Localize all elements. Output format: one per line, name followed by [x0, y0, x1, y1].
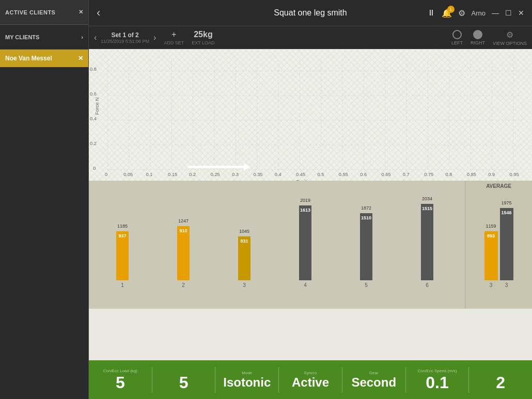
my-clients-section[interactable]: MY CLIENTS › — [0, 25, 88, 50]
average-label: AVERAGE — [486, 183, 511, 189]
active-clients-close[interactable]: ✕ — [79, 9, 84, 15]
svg-text:0.55: 0.55 — [339, 171, 348, 177]
add-set-group: + ADD SET — [164, 30, 184, 45]
average-bars: 1159 893 3 1975 1546 3 — [484, 191, 513, 288]
titlebar-controls: ⏸ 🔔 1 ⚙ Arno — ☐ ✕ — [427, 8, 524, 18]
my-clients-label: MY CLIENTS — [5, 34, 39, 40]
right-circle — [473, 30, 482, 39]
bar-6-dark: 2034 1515 — [421, 204, 433, 280]
svg-text:0.35: 0.35 — [253, 171, 262, 177]
bar-1-top: 1185 — [117, 224, 128, 229]
bar-2-inner: 910 — [179, 228, 187, 233]
gear-value: Second — [351, 376, 396, 389]
bar-3-top: 1045 — [239, 229, 249, 234]
status-bar: Con/Ecc Load (kg) 5 . 5 Mode Isotonic Sy… — [89, 360, 532, 399]
minimize-button[interactable]: — — [492, 9, 499, 17]
status-ecc-speed: . 2 — [469, 369, 532, 391]
avg-dark-inner: 1546 — [501, 210, 511, 215]
prev-button[interactable]: ‹ — [94, 33, 97, 42]
left-view-option[interactable]: LEFT — [451, 30, 463, 45]
ecc-load-sublabel: . — [183, 369, 184, 373]
set-date: 11/25/2019 5:51:06 PM — [101, 39, 149, 44]
svg-text:0.2: 0.2 — [90, 140, 97, 146]
bar-group-2: 1247 910 2 — [155, 198, 212, 288]
svg-text:0.15: 0.15 — [168, 171, 177, 177]
ecc-speed-sublabel: . — [500, 369, 501, 373]
bar-group-4: 2019 1613 4 — [277, 198, 334, 288]
avg-bar-yellow: 1159 893 3 — [484, 231, 498, 288]
svg-text:0.5: 0.5 — [317, 171, 324, 177]
bar-2-yellow: 1247 910 — [177, 226, 190, 280]
titlebar-left: ‹ — [97, 6, 100, 20]
synchro-value: Active — [292, 376, 329, 389]
status-speed: Con/Ecc Speed (m/s) 0.1 — [406, 369, 469, 391]
active-clients-label: ACTIVE CLIENTS — [5, 9, 55, 15]
weight-value: 25kg — [194, 30, 212, 39]
svg-text:0.75: 0.75 — [424, 171, 433, 177]
speed-label: Con/Ecc Speed (m/s) — [417, 369, 457, 373]
next-button[interactable]: › — [153, 33, 156, 42]
bar-6-inner: 1515 — [422, 206, 432, 211]
clients-chevron: › — [81, 34, 83, 40]
close-button[interactable]: ✕ — [518, 9, 524, 17]
bar-container-6: 2034 1515 — [421, 198, 433, 280]
right-view-option[interactable]: RIGHT — [471, 30, 485, 45]
svg-text:0: 0 — [93, 165, 96, 171]
bar-group-1: 1185 937 1 — [94, 198, 151, 288]
bar-4-dark: 2019 1613 — [299, 205, 311, 280]
notification-badge: 1 — [447, 6, 455, 13]
svg-text:0.65: 0.65 — [381, 171, 390, 177]
set-text: Set 1 of 2 — [111, 31, 138, 39]
svg-text:0.95: 0.95 — [510, 171, 519, 177]
svg-text:0.9: 0.9 — [488, 171, 495, 177]
back-button[interactable]: ‹ — [97, 6, 100, 20]
bar-chart-area: 1185 937 1 1247 910 2 — [89, 181, 532, 309]
svg-text:0.6: 0.6 — [360, 171, 367, 177]
svg-text:0.7: 0.7 — [403, 171, 410, 177]
bar-5-label: 5 — [365, 282, 368, 288]
pause-button[interactable]: ⏸ — [427, 8, 435, 18]
sidebar: ACTIVE CLIENTS ✕ MY CLIENTS › Noe Van Me… — [0, 0, 89, 399]
view-options-btn[interactable]: ⚙ VIEW OPTIONS — [493, 30, 527, 46]
bar-container-4: 2019 1613 — [299, 198, 311, 280]
svg-text:Force N: Force N — [94, 97, 100, 115]
svg-text:0.2: 0.2 — [189, 171, 196, 177]
client-item[interactable]: Noe Van Messel ✕ — [0, 50, 88, 67]
con-value: 5 — [116, 374, 125, 391]
bar-group-5: 1872 1510 5 — [338, 198, 395, 288]
view-options-label: VIEW OPTIONS — [493, 41, 527, 46]
con-load-label: Con/Ecc Load (kg) — [103, 369, 137, 373]
user-name: Arno — [472, 9, 486, 17]
plus-icon: + — [171, 30, 176, 39]
bars-inner: 1185 937 1 1247 910 2 — [94, 194, 456, 288]
ext-load-label: EXT LOAD — [192, 40, 214, 45]
main-content: ‹ Squat one leg smith ⏸ 🔔 1 ⚙ Arno — ☐ ✕… — [89, 0, 532, 399]
exercise-title: Squat one leg smith — [274, 8, 347, 18]
average-section: AVERAGE 1159 893 3 1975 1546 3 — [465, 181, 532, 309]
bar-2-label: 2 — [182, 282, 185, 288]
bars-section: 1185 937 1 1247 910 2 — [89, 181, 461, 309]
svg-text:0.1: 0.1 — [146, 171, 153, 177]
notification-icon[interactable]: 🔔 1 — [442, 8, 452, 18]
svg-text:0: 0 — [105, 171, 107, 177]
bar-3-yellow: 1045 831 — [238, 236, 251, 280]
view-options-gear: ⚙ — [506, 30, 513, 40]
svg-text:0.3: 0.3 — [232, 171, 239, 177]
maximize-button[interactable]: ☐ — [505, 9, 512, 17]
speed-value: 0.1 — [426, 374, 448, 391]
svg-text:0.8: 0.8 — [90, 66, 97, 72]
add-set-label[interactable]: ADD SET — [164, 40, 184, 45]
bar-4-top: 2019 — [300, 198, 310, 203]
gear-label: Gear — [369, 371, 379, 375]
svg-text:0.4: 0.4 — [275, 171, 281, 177]
settings-button[interactable]: ⚙ — [458, 8, 465, 18]
bar-group-6: 2034 1515 6 — [399, 198, 456, 288]
view-options: LEFT RIGHT ⚙ VIEW OPTIONS — [451, 30, 527, 46]
bar-5-top: 1872 — [361, 205, 371, 211]
ecc-value: 5 — [179, 374, 189, 391]
svg-text:0.6: 0.6 — [90, 91, 97, 97]
client-item-close[interactable]: ✕ — [78, 55, 83, 62]
svg-text:0.4: 0.4 — [90, 116, 97, 121]
bar-5-dark: 1872 1510 — [360, 213, 372, 280]
bar-3-inner: 831 — [240, 238, 248, 244]
